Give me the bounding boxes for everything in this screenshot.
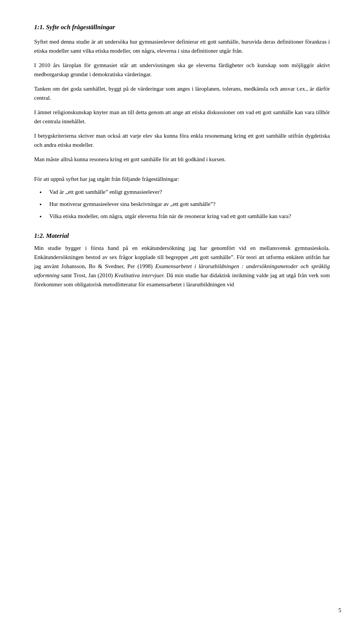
- paragraph-3: Tanken om det goda samhället, byggt på d…: [34, 84, 330, 102]
- section2-title: 1:2. Material: [34, 232, 330, 240]
- paragraph-6: Man måste alltså kunna resonera kring et…: [34, 155, 330, 164]
- bullet-item-2: Hur motiverar gymnasieelever sina beskri…: [46, 199, 330, 209]
- fragestellningar-intro: För att uppnå syftet har jag utgått från…: [34, 174, 330, 184]
- page: 1:1. Syfte och frågeställningar Syftet m…: [0, 0, 364, 625]
- paragraph-5: I betygskriterierna skriver man också at…: [34, 131, 330, 149]
- paragraph-4: I ämnet religionskunskap knyter man an t…: [34, 108, 330, 126]
- paragraph-2: I 2010 års läroplan för gymnasiet står a…: [34, 61, 330, 79]
- section2-p1-cont: samt Trost, Jan (2010): [61, 272, 113, 278]
- page-number: 5: [339, 607, 342, 614]
- bullet-list: Vad är „ett gott samhälle” enligt gymnas…: [46, 187, 330, 221]
- section2-paragraph1: Min studie bygger i första hand på en en…: [34, 243, 330, 289]
- bullet-item-1: Vad är „ett gott samhälle” enligt gymnas…: [46, 187, 330, 196]
- section1-title: 1:1. Syfte och frågeställningar: [34, 23, 330, 32]
- paragraph-1: Syftet med denna studie är att undersöka…: [34, 37, 330, 55]
- section2-container: 1:2. Material Min studie bygger i första…: [34, 232, 330, 289]
- bullet-item-3: Vilka etiska modeller, om några, utgår e…: [46, 212, 330, 221]
- section2-italic2: Kvalitativa intervjuer.: [115, 272, 165, 278]
